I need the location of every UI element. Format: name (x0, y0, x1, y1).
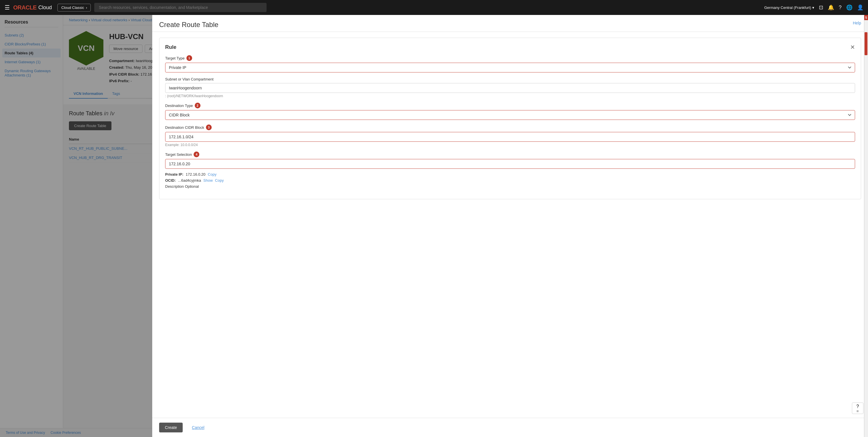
hamburger-icon[interactable]: ☰ (5, 4, 10, 11)
rule-card: Rule ✕ Target Type 1 Private IP (159, 38, 861, 199)
region-label: Germany Central (Frankfurt) (764, 5, 811, 10)
ocid-show-link[interactable]: Show (204, 178, 213, 182)
destination-type-label-text: Destination Type (165, 104, 193, 108)
destination-cidr-group: Destination CIDR Block 3 Example: 10.0.0… (165, 124, 855, 147)
close-rule-button[interactable]: ✕ (850, 44, 855, 51)
modal-title-bar: Create Route Table Help (152, 15, 868, 32)
user-avatar[interactable]: 👤 (857, 4, 863, 11)
target-type-badge: 1 (186, 55, 192, 61)
step-5-indicator: 5 (864, 15, 868, 20)
rule-title: Rule (165, 44, 176, 50)
monitor-icon[interactable]: ⊡ (819, 4, 823, 11)
globe-icon[interactable]: 🌐 (846, 4, 852, 11)
help-float-icon: ? (857, 404, 859, 409)
destination-cidr-input[interactable] (165, 132, 855, 142)
page-body: Resources Subnets (2) CIDR Blocks/Prefix… (0, 15, 868, 437)
target-type-label: Target Type 1 (165, 55, 855, 61)
destination-cidr-label: Destination CIDR Block 3 (165, 124, 855, 130)
ocid-label: OCID: (165, 178, 176, 182)
cloud-classic-label: Cloud Classic (61, 5, 84, 10)
target-type-label-text: Target Type (165, 56, 185, 60)
destination-cidr-badge: 3 (206, 124, 212, 130)
help-float-label: ⊞ (857, 410, 859, 413)
nav-right: Germany Central (Frankfurt) ▾ ⊡ 🔔 ? 🌐 👤 (764, 4, 863, 11)
full-layout: Resources Subnets (2) CIDR Blocks/Prefix… (0, 15, 215, 437)
chevron-right-icon: › (86, 5, 87, 10)
target-type-group: Target Type 1 Private IP (165, 55, 855, 72)
bell-icon[interactable]: 🔔 (828, 4, 834, 11)
subnet-compartment-group: Subnet or Vlan Compartment IwanHoogendoo… (165, 77, 855, 98)
help-float-button[interactable]: ? ⊞ (852, 403, 863, 414)
ocid-copy-link[interactable]: Copy (215, 178, 224, 182)
subnet-compartment-hint: : (root)/NETWORK/IwanHoogendoorn (165, 94, 855, 98)
private-ip-copy-link[interactable]: Copy (208, 172, 216, 177)
subnet-compartment-select[interactable]: IwanHoogendoorn (165, 83, 855, 93)
target-type-select[interactable]: Private IP (165, 63, 855, 72)
search-input[interactable] (94, 3, 267, 12)
private-ip-value: 172.16.0.20 (186, 172, 206, 177)
target-selection-badge: 4 (194, 151, 199, 157)
oracle-logo: ORACLE Cloud (13, 4, 52, 11)
scrollbar-thumb[interactable] (865, 32, 867, 55)
top-navigation: ☰ ORACLE Cloud Cloud Classic › Germany C… (0, 0, 868, 15)
cloud-classic-button[interactable]: Cloud Classic › (57, 4, 91, 11)
help-icon[interactable]: ? (839, 5, 842, 11)
subnet-compartment-label-text: Subnet or Vlan Compartment (165, 77, 213, 81)
region-selector[interactable]: Germany Central (Frankfurt) ▾ (764, 5, 814, 10)
destination-cidr-example: Example: 10.0.0.0/24 (165, 143, 855, 147)
cancel-button[interactable]: Cancel (186, 423, 210, 432)
destination-cidr-label-text: Destination CIDR Block (165, 125, 204, 130)
ocid-value: ...6ad4cyjmka (178, 178, 201, 182)
oracle-logo-text: ORACLE (13, 4, 36, 11)
create-button[interactable]: Create (159, 423, 183, 432)
target-selection-input[interactable] (165, 159, 855, 169)
oracle-cloud-label: Cloud (38, 5, 52, 11)
destination-type-badge: 2 (195, 103, 200, 108)
subnet-compartment-label: Subnet or Vlan Compartment (165, 77, 855, 81)
modal-help-link[interactable]: Help (853, 21, 861, 25)
description-row: Description Optional (165, 184, 855, 188)
description-label: Description Optional (165, 184, 199, 188)
destination-type-group: Destination Type 2 CIDR Block (165, 103, 855, 120)
destination-type-label: Destination Type 2 (165, 103, 855, 108)
modal-title: Create Route Table (159, 21, 218, 29)
target-selection-label-text: Target Selection (165, 152, 192, 157)
modal-panel: Create Route Table Help Rule ✕ Target Ty… (152, 15, 868, 437)
private-ip-info: Private IP: 172.16.0.20 Copy OCID: ...6a… (165, 172, 855, 188)
ocid-row: OCID: ...6ad4cyjmka Show Copy (165, 178, 855, 182)
scrollbar-track[interactable]: 5 (864, 15, 868, 437)
target-selection-label: Target Selection 4 (165, 151, 855, 157)
private-ip-row: Private IP: 172.16.0.20 Copy (165, 172, 855, 177)
modal-body: Rule ✕ Target Type 1 Private IP (152, 32, 868, 418)
chevron-down-icon: ▾ (812, 5, 814, 10)
private-ip-label: Private IP: (165, 172, 184, 177)
rule-header: Rule ✕ (165, 44, 855, 51)
target-selection-group: Target Selection 4 Private IP: 172.16.0.… (165, 151, 855, 188)
modal-footer: Create Cancel (152, 418, 868, 437)
destination-type-select[interactable]: CIDR Block (165, 110, 855, 120)
